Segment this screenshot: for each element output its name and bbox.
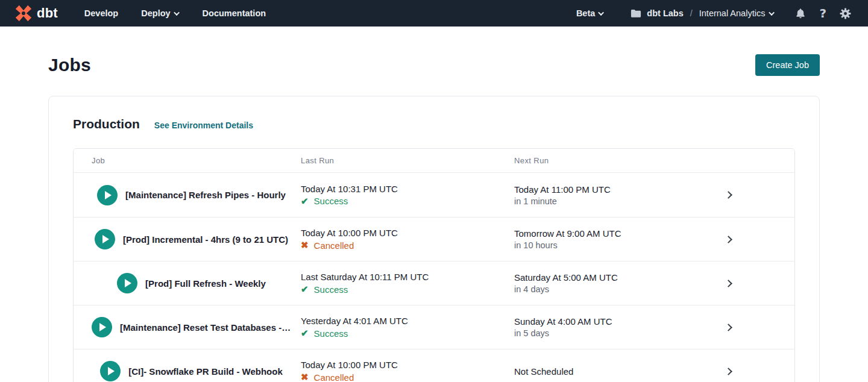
folder-icon	[631, 8, 641, 18]
status-badge: ✔ Success	[301, 284, 514, 295]
job-name: [Prod] Incremental - 4hrs (9 to 21 UTC)	[123, 234, 298, 245]
chevron-right-icon[interactable]	[725, 236, 732, 243]
column-header-last-run: Last Run	[301, 156, 514, 165]
page-header: Jobs Create Job	[0, 54, 868, 76]
next-run-time: Tomorrow At 9:00 AM UTC	[514, 228, 662, 239]
top-navbar: dbt Develop Deploy Documentation Beta db…	[0, 0, 868, 27]
last-run-time: Yesterday At 4:01 AM UTC	[301, 316, 514, 326]
chevron-right-icon[interactable]	[725, 280, 732, 287]
nav-item-label: Documentation	[203, 8, 266, 18]
environment-name: Production	[73, 117, 140, 131]
play-icon	[102, 235, 109, 243]
chevron-right-icon[interactable]	[725, 191, 732, 199]
chevron-right-icon[interactable]	[725, 324, 732, 331]
run-job-button[interactable]	[97, 185, 118, 205]
column-header-next-run: Next Run	[514, 156, 662, 165]
chevron-down-icon	[174, 10, 180, 16]
last-run-time: Today At 10:31 PM UTC	[301, 184, 514, 194]
run-job-button[interactable]	[100, 361, 121, 381]
nav-menu: Develop Deploy Documentation	[84, 8, 266, 18]
see-environment-details-link[interactable]: See Environment Details	[154, 121, 253, 130]
table-row[interactable]: [CI]- Snowflake PR Build - Webhook Today…	[74, 349, 794, 382]
dbt-logo-icon	[14, 4, 33, 22]
status-label: Success	[314, 284, 348, 295]
last-run-time: Last Saturday At 10:11 PM UTC	[301, 272, 514, 282]
x-icon: ✖	[301, 240, 309, 251]
status-badge: ✔ Success	[301, 328, 514, 339]
next-run-time: Not Scheduled	[514, 366, 662, 377]
jobs-table: Job Last Run Next Run [Maintenance] Refr…	[73, 148, 795, 382]
beta-label: Beta	[576, 8, 595, 18]
next-run-time: Sunday At 4:00 AM UTC	[514, 316, 662, 327]
next-run-time: Today At 11:00 PM UTC	[514, 184, 662, 195]
next-run-relative: in 5 days	[514, 328, 662, 338]
environment-card: Production See Environment Details Job L…	[48, 96, 820, 382]
nav-item-documentation[interactable]: Documentation	[203, 8, 266, 18]
table-row[interactable]: [Prod] Full Refresh - Weekly Last Saturd…	[74, 261, 794, 305]
check-icon: ✔	[301, 196, 309, 207]
bell-icon[interactable]	[795, 8, 806, 19]
dbt-logo-text: dbt	[37, 5, 58, 21]
chevron-down-icon	[769, 10, 775, 16]
play-icon	[108, 367, 115, 375]
column-header-job: Job	[74, 156, 301, 165]
next-run-relative: in 4 days	[514, 284, 662, 294]
chevron-down-icon	[598, 10, 604, 16]
status-label: Cancelled	[314, 372, 354, 382]
job-name: [Maintenance] Reset Test Databases - W…	[120, 322, 301, 333]
run-job-button[interactable]	[117, 273, 137, 293]
check-icon: ✔	[301, 284, 309, 295]
nav-item-label: Deploy	[141, 8, 170, 18]
dbt-logo[interactable]: dbt	[14, 4, 58, 22]
play-icon	[99, 323, 106, 331]
status-label: Success	[314, 328, 348, 339]
last-run-time: Today At 10:00 PM UTC	[301, 228, 514, 238]
next-run-relative: in 1 minute	[514, 196, 662, 206]
account-name: dbt Labs	[647, 8, 683, 18]
status-badge: ✖ Cancelled	[301, 372, 514, 382]
page-title: Jobs	[48, 55, 91, 75]
table-row[interactable]: [Maintenance] Refresh Pipes - Hourly Tod…	[74, 173, 794, 217]
project-name: Internal Analytics	[699, 8, 766, 18]
status-badge: ✖ Cancelled	[301, 240, 514, 251]
status-badge: ✔ Success	[301, 196, 514, 207]
help-icon[interactable]: ?	[819, 6, 826, 20]
nav-item-label: Develop	[84, 8, 118, 18]
breadcrumb[interactable]: dbt Labs / Internal Analytics	[631, 8, 775, 18]
next-run-relative: in 10 hours	[514, 240, 662, 250]
run-job-button[interactable]	[95, 229, 115, 249]
play-icon	[125, 279, 131, 287]
nav-item-deploy[interactable]: Deploy	[141, 8, 179, 18]
next-run-time: Saturday At 5:00 AM UTC	[514, 272, 662, 283]
create-job-button[interactable]: Create Job	[755, 54, 820, 76]
nav-item-develop[interactable]: Develop	[84, 8, 118, 18]
x-icon: ✖	[301, 372, 309, 382]
last-run-time: Today At 10:00 PM UTC	[301, 360, 514, 370]
table-header-row: Job Last Run Next Run	[74, 149, 794, 173]
run-job-button[interactable]	[92, 317, 112, 337]
table-row[interactable]: [Maintenance] Reset Test Databases - W… …	[74, 305, 794, 349]
job-name: [Maintenance] Refresh Pipes - Hourly	[125, 190, 295, 200]
check-icon: ✔	[301, 328, 309, 339]
play-icon	[105, 191, 112, 199]
chevron-right-icon[interactable]	[725, 368, 732, 375]
beta-dropdown[interactable]: Beta	[576, 8, 604, 18]
status-label: Success	[314, 196, 348, 206]
table-row[interactable]: [Prod] Incremental - 4hrs (9 to 21 UTC) …	[74, 217, 794, 261]
breadcrumb-separator: /	[690, 8, 693, 18]
job-name: [Prod] Full Refresh - Weekly	[145, 278, 275, 289]
job-name: [CI]- Snowflake PR Build - Webhook	[128, 366, 292, 377]
status-label: Cancelled	[314, 240, 354, 251]
gear-icon[interactable]	[840, 8, 851, 19]
